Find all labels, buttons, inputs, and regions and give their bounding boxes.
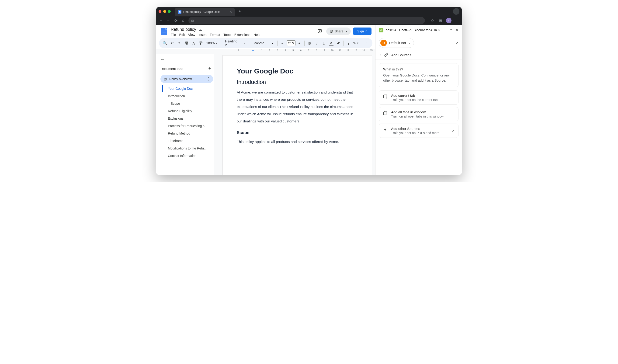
tab-add-icon [383,94,388,99]
tabs-icon [383,111,388,116]
underline-icon[interactable]: U [321,40,327,46]
outline-header: Document tabs + [160,66,213,71]
add-other-sources-action[interactable]: + Add other Sources Train your bot on PD… [379,124,459,138]
spellcheck-icon[interactable]: Ą [191,40,197,46]
site-settings-icon[interactable]: ⊟ [191,19,194,22]
menu-file[interactable]: File [171,33,176,37]
reload-icon[interactable]: ⟳ [174,18,178,23]
more-icon[interactable]: ⋮ [345,40,352,46]
nav-back-icon[interactable]: ‹ [380,53,381,57]
menu-extensions[interactable]: Extensions [234,33,250,37]
outline-back-icon[interactable]: ← [160,57,213,62]
search-icon[interactable]: 🔍 [162,40,168,46]
add-current-tab-action[interactable]: Add current tab Train your bot on the cu… [379,91,459,105]
expand-icon[interactable]: ↗ [456,41,459,45]
outline-item[interactable]: Process for Requesting a... [162,122,213,130]
bot-selector[interactable]: D Default Bot ⌄ [379,38,414,48]
ruler[interactable]: 2 1 1 2 3 4 5 6 7 8 9 10 11 12 13 14 [156,49,375,54]
profile-avatar[interactable]: I [446,18,451,23]
outline-item[interactable]: Contact Information [162,152,213,159]
document-page[interactable]: Your Google Doc Introduction At Acme, we… [222,55,372,175]
bot-avatar: D [380,40,387,46]
menu-format[interactable]: Format [210,33,220,37]
zoom-select[interactable]: 100% ▼ [205,41,219,45]
share-button[interactable]: Share ▼ [326,27,351,35]
vertical-ruler[interactable] [214,54,221,175]
print-icon[interactable] [183,40,190,46]
highlight-icon[interactable] [335,40,341,46]
new-tab-button[interactable]: + [237,9,243,13]
bookmark-icon[interactable]: ☆ [430,18,435,23]
edit-mode-icon[interactable]: ✎ ▼ [353,40,359,46]
doc-heading-3: Scope [237,130,358,135]
minimize-window-button[interactable] [163,10,166,13]
increase-font-icon[interactable]: + [296,40,303,46]
doc-heading-2: Introduction [237,79,358,85]
comments-icon[interactable] [316,27,324,36]
doc-heading-1: Your Google Doc [237,67,358,75]
add-tab-icon[interactable]: + [208,66,211,71]
outline-item[interactable]: Timeframe [162,137,213,144]
extension-logo-icon: e [379,28,383,32]
decrease-font-icon[interactable]: − [279,40,286,46]
menu-dots-icon[interactable]: ⋮ [455,18,459,23]
outline-item[interactable]: Scope [162,100,213,107]
menu-tools[interactable]: Tools [223,33,231,37]
menu-edit[interactable]: Edit [179,33,185,37]
svg-rect-1 [163,31,166,31]
chevron-down-icon: ⌄ [408,41,411,45]
text-color-icon[interactable]: A [328,40,335,46]
outline-item[interactable]: Introduction [162,92,213,100]
extension-sidebar: e eesel AI: ChatGPT Sidebar for AI in G.… [375,25,462,175]
collapse-icon[interactable]: ⌃ [363,40,370,46]
outline-item[interactable]: Refund Method [162,130,213,137]
font-select[interactable]: Roboto ▼ [252,41,275,45]
bold-icon[interactable]: B [307,40,313,46]
paint-format-icon[interactable] [198,40,204,46]
docs-logo-icon[interactable] [160,27,168,36]
home-icon[interactable]: ⌂ [181,18,186,23]
cloud-saved-icon[interactable]: ☁ [198,27,202,32]
close-window-button[interactable] [159,10,161,13]
italic-icon[interactable]: I [314,40,320,46]
outline-item[interactable]: Modifications to the Refu... [162,144,213,152]
arrow-icon: ↗ [452,129,454,132]
tab-list-dropdown[interactable]: ⌄ [453,8,459,15]
maximize-window-button[interactable] [168,10,171,13]
outline-item[interactable]: Refund Eligibility [162,107,213,115]
pin-icon[interactable] [449,28,453,32]
style-select[interactable]: Heading 2 ▼ [223,39,248,47]
window-controls [159,10,171,13]
docs-favicon-icon [178,10,181,14]
menu-bar: File Edit View Insert Format Tools Exten… [171,33,313,37]
back-icon[interactable]: ← [159,18,163,23]
docs-header: Refund policy ☁ File Edit View Insert Fo… [156,25,375,37]
tab-title: Refund policy - Google Docs [183,10,220,13]
svg-rect-2 [163,32,166,32]
signin-button[interactable]: Sign in [353,27,372,35]
browser-tab[interactable]: Refund policy - Google Docs ✕ [175,8,235,16]
svg-rect-17 [384,112,386,115]
add-all-tabs-action[interactable]: Add all tabs in window Train on all open… [379,107,459,121]
menu-insert[interactable]: Insert [198,33,207,37]
tab-menu-icon[interactable]: ⋮ [207,77,210,81]
indent-marker-icon[interactable]: ▼ [252,50,254,52]
url-bar[interactable]: ⊟ [188,17,425,24]
info-card: What is this? Open your Google Docs, Con… [379,63,459,87]
close-tab-icon[interactable]: ✕ [229,10,232,14]
forward-icon[interactable]: → [166,18,171,23]
close-icon[interactable]: ✕ [455,27,459,33]
document-title[interactable]: Refund policy [171,27,196,32]
undo-icon[interactable]: ↶ [169,40,175,46]
outline-item[interactable]: Your Google Doc [162,85,213,92]
outline-item[interactable]: Exclusions [162,115,213,122]
doc-paragraph: This policy applies to all products and … [237,138,358,145]
active-document-tab[interactable]: Policy overview ⋮ [160,75,213,83]
menu-view[interactable]: View [188,33,195,37]
font-size-input[interactable] [287,40,296,46]
extensions-icon[interactable]: ⊞ [438,18,443,23]
redo-icon[interactable]: ↷ [176,40,183,46]
svg-rect-3 [163,33,165,33]
nav-bar: ← → ⟳ ⌂ ⊟ ☆ ⊞ I ⋮ [156,16,462,25]
menu-help[interactable]: Help [254,33,260,37]
